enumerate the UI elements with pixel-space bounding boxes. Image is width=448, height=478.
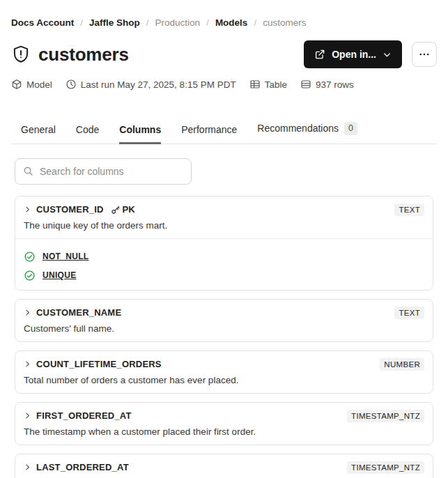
breadcrumb-item[interactable]: Docs Account — [11, 17, 74, 28]
column-name: CUSTOMER_NAME — [36, 307, 121, 318]
search-input[interactable] — [40, 166, 183, 177]
breadcrumb-separator: / — [146, 17, 149, 28]
tab-code[interactable]: Code — [76, 124, 99, 144]
column-type-badge: TEXT — [394, 203, 424, 216]
meta-label: Table — [265, 79, 287, 90]
columns-list: CUSTOMER_ID PK TEXT The unique key of th… — [15, 196, 433, 478]
tab-label: General — [21, 124, 56, 135]
tab-recommendations[interactable]: Recommendations0 — [257, 122, 357, 144]
tab-label: Code — [76, 124, 99, 135]
more-options-button[interactable] — [412, 42, 437, 67]
column-type-badge: TIMESTAMP_NTZ — [347, 461, 424, 474]
tab-count-badge: 0 — [344, 122, 357, 135]
tab-bar: GeneralCodeColumnsPerformanceRecommendat… — [11, 122, 437, 144]
column-name: CUSTOMER_ID — [36, 204, 104, 215]
open-in-label: Open in... — [332, 49, 376, 60]
table-icon — [249, 79, 261, 90]
tab-label: Performance — [181, 124, 237, 135]
column-card: CUSTOMER_ID PK TEXT The unique key of th… — [15, 196, 433, 291]
column-description: The unique key of the orders mart. — [15, 216, 433, 238]
pk-label: PK — [123, 204, 135, 215]
external-link-icon — [314, 49, 325, 60]
column-card-header[interactable]: CUSTOMER_NAME TEXT — [15, 300, 433, 319]
breadcrumb-item[interactable]: customers — [263, 17, 306, 28]
chevron-right-icon[interactable] — [24, 412, 31, 419]
clock-icon — [65, 79, 77, 90]
tab-label: Columns — [119, 124, 161, 135]
page: Docs Account/Jaffle Shop/Production/Mode… — [0, 17, 448, 478]
meta-label: Model — [26, 79, 52, 90]
model-cube-icon — [11, 79, 22, 90]
breadcrumb-separator: / — [80, 17, 83, 28]
search-box[interactable] — [15, 158, 192, 185]
column-card-header[interactable]: CUSTOMER_ID PK TEXT — [15, 196, 433, 216]
meta-label: 937 rows — [316, 79, 354, 90]
column-type-badge: TIMESTAMP_NTZ — [347, 410, 424, 422]
check-circle-icon — [24, 270, 36, 282]
tab-label: Recommendations — [257, 123, 339, 134]
column-description: Total number of orders a customer has ev… — [15, 371, 433, 393]
test-row: NOT_NULL — [24, 251, 424, 263]
model-header: customers Open in... — [11, 39, 437, 70]
column-description: The timestamp of a customer's most recen… — [15, 474, 433, 478]
column-card-header[interactable]: COUNT_LIFETIME_ORDERS NUMBER — [15, 351, 433, 371]
meta-label: Last run May 27, 2025, 8:15 PM PDT — [81, 79, 236, 90]
content: CUSTOMER_ID PK TEXT The unique key of th… — [15, 158, 433, 478]
column-card-header[interactable]: LAST_ORDERED_AT TIMESTAMP_NTZ — [15, 454, 433, 474]
breadcrumb-separator: / — [254, 17, 256, 28]
meta-item: Model — [11, 79, 52, 90]
column-type-badge: TEXT — [394, 307, 424, 319]
column-name: LAST_ORDERED_AT — [36, 462, 129, 472]
column-tests: NOT_NULL UNIQUE — [15, 238, 433, 290]
meta-item: Table — [249, 79, 287, 90]
breadcrumb-item[interactable]: Jaffle Shop — [89, 17, 140, 28]
chevron-right-icon[interactable] — [24, 360, 31, 368]
chevron-right-icon[interactable] — [24, 463, 31, 471]
key-icon — [111, 205, 121, 215]
tab-columns[interactable]: Columns — [119, 124, 161, 144]
meta-item: 937 rows — [300, 79, 354, 90]
column-card-header[interactable]: FIRST_ORDERED_AT TIMESTAMP_NTZ — [15, 403, 433, 422]
check-circle-icon — [24, 251, 36, 263]
breadcrumb-item[interactable]: Production — [155, 17, 201, 28]
tab-general[interactable]: General — [21, 124, 56, 144]
breadcrumb: Docs Account/Jaffle Shop/Production/Mode… — [11, 17, 437, 28]
open-in-button[interactable]: Open in... — [304, 40, 402, 68]
ellipsis-icon — [418, 48, 431, 61]
tab-performance[interactable]: Performance — [181, 124, 237, 144]
meta-item: Last run May 27, 2025, 8:15 PM PDT — [65, 79, 236, 90]
search-icon — [23, 166, 33, 176]
column-card: COUNT_LIFETIME_ORDERS NUMBER Total numbe… — [15, 350, 433, 394]
column-card: FIRST_ORDERED_AT TIMESTAMP_NTZ The times… — [15, 402, 433, 445]
header-actions: Open in... — [304, 40, 437, 68]
column-description: The timestamp when a customer placed the… — [15, 422, 433, 445]
column-card: LAST_ORDERED_AT TIMESTAMP_NTZ The timest… — [15, 454, 433, 478]
test-link[interactable]: UNIQUE — [43, 270, 76, 280]
database-icon — [300, 79, 311, 90]
column-type-badge: NUMBER — [380, 358, 424, 371]
test-link[interactable]: NOT_NULL — [43, 252, 88, 261]
shield-alert-icon — [11, 45, 31, 64]
chevron-right-icon[interactable] — [24, 206, 31, 213]
meta-row: ModelLast run May 27, 2025, 8:15 PM PDTT… — [11, 79, 437, 90]
breadcrumb-item[interactable]: Models — [215, 17, 248, 28]
chevron-down-icon — [383, 50, 392, 59]
primary-key-flag: PK — [111, 204, 135, 215]
chevron-right-icon[interactable] — [24, 309, 31, 316]
column-description: Customers' full name. — [15, 319, 433, 341]
page-title: customers — [38, 44, 129, 65]
column-name: COUNT_LIFETIME_ORDERS — [36, 359, 162, 369]
column-name: FIRST_ORDERED_AT — [36, 410, 132, 421]
test-row: UNIQUE — [24, 270, 424, 282]
column-card: CUSTOMER_NAME TEXT Customers' full name. — [15, 299, 433, 342]
breadcrumb-separator: / — [206, 17, 209, 28]
